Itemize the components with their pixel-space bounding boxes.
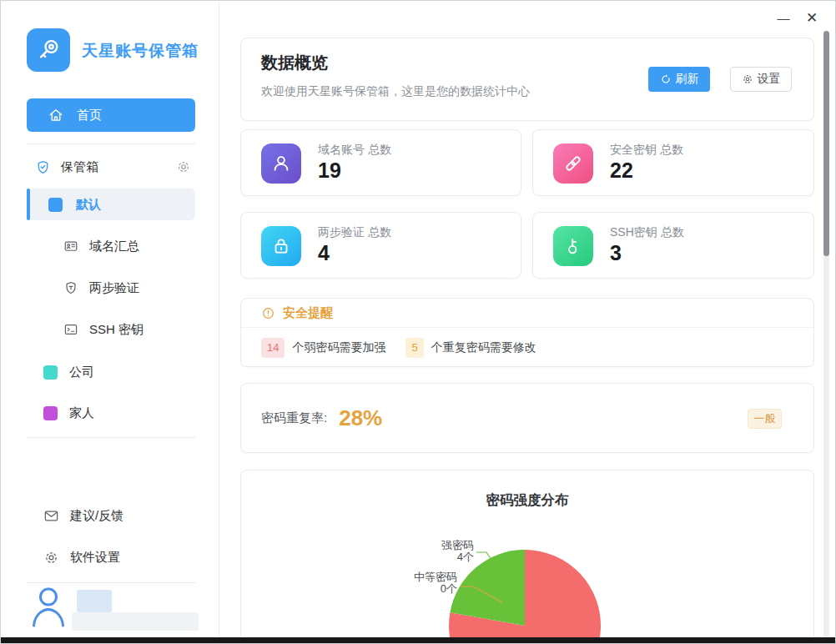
sidebar-default-label: 默认 [76,197,101,213]
app-title: 天星账号保管箱 [82,40,199,62]
sidebar-totp-label: 两步验证 [89,280,139,296]
totp-shield-icon [63,280,78,295]
sidebar-section-vault[interactable]: 保管箱 [27,152,195,182]
page-subtitle: 欢迎使用天星账号保管箱，这里是您的数据统计中心 [261,84,530,99]
divider [27,582,195,583]
pie-chart: 强密码 4个 中等密码 0个 [241,496,814,639]
vault-settings-gear-icon[interactable] [176,159,191,174]
repeat-rate-level-badge: 一般 [748,409,782,429]
sidebar-item-company-vault[interactable]: 公司 [27,357,195,387]
key-icon [553,226,593,266]
page-title: 数据概览 [261,52,328,74]
stat-card-ssh-keys: SSH密钥 总数 3 [532,212,814,279]
gear-icon [43,550,59,566]
mail-icon [43,508,59,524]
active-indicator [27,189,30,220]
sidebar: 天星账号保管箱 首页 保管箱 [2,2,219,638]
stat-card-domain-accounts: 域名账号 总数 19 [240,129,521,196]
callout-strong-name: 强密码 [441,539,474,551]
sidebar-family-label: 家人 [69,405,94,421]
gear-icon [742,73,753,85]
divider [27,143,195,144]
sidebar-item-home[interactable]: 首页 [27,98,195,132]
sidebar-item-settings[interactable]: 软件设置 [27,542,195,572]
sidebar-item-feedback[interactable]: 建议/反馈 [27,501,195,531]
callout-strong-value: 4个 [457,551,474,563]
stat-card-security-keys: 安全密钥 总数 22 [532,129,814,196]
lock-icon [261,226,301,266]
scrollbar-thumb[interactable] [823,31,829,256]
stat-value: 4 [318,241,330,265]
main-content: 数据概览 欢迎使用天星账号保管箱，这里是您的数据统计中心 刷新 设置 [219,1,825,639]
stat-label: 两步验证 总数 [318,225,391,240]
repeat-rate-value: 28% [339,405,382,431]
sidebar-ssh-label: SSH 密钥 [89,322,144,338]
security-alert-title: 安全提醒 [283,305,333,321]
settings-button[interactable]: 设置 [730,67,792,92]
stat-label: SSH密钥 总数 [610,225,684,240]
repeat-rate-label: 密码重复率: [261,410,327,426]
duplicate-password-count-badge: 5 [405,338,423,358]
sidebar-vault-label: 保管箱 [61,159,98,175]
password-strength-chart-card: 密码强度分布 强密码 4个 中等密码 0个 [240,470,814,639]
security-alert-card: 安全提醒 14 个弱密码需要加强 5 个重复密码需要修改 [240,298,814,367]
stat-value: 22 [610,158,633,183]
user-icon [261,143,301,184]
link-icon [553,143,593,184]
vault-color-swatch [48,198,63,212]
duplicate-password-text: 个重复密码需要修改 [431,340,536,355]
warning-icon [261,306,275,320]
repeat-rate-card: 密码重复率: 28% 一般 [240,383,814,453]
stat-card-totp: 两步验证 总数 4 [240,212,521,279]
redacted-username [77,590,112,612]
refresh-label: 刷新 [676,72,699,87]
app-logo [27,28,70,72]
refresh-icon [660,73,672,85]
key-logo-icon [35,37,62,63]
sidebar-home-label: 首页 [77,108,102,123]
weak-password-text: 个弱密码需要加强 [292,340,385,355]
sidebar-item-ssh-keys[interactable]: SSH 密钥 [27,314,195,345]
id-card-icon [63,239,78,254]
company-color-swatch [43,365,58,380]
callout-medium-value: 0个 [441,582,457,595]
sidebar-item-totp[interactable]: 两步验证 [27,273,195,303]
callout-medium-name: 中等密码 [414,571,457,583]
sidebar-feedback-label: 建议/反馈 [70,508,123,524]
sidebar-item-family-vault[interactable]: 家人 [27,398,195,428]
sidebar-settings-label: 软件设置 [70,550,120,566]
scrollbar-track[interactable] [823,31,829,637]
stat-value: 3 [610,241,622,265]
stat-label: 域名账号 总数 [318,143,391,158]
settings-label: 设置 [758,72,781,87]
refresh-button[interactable]: 刷新 [648,67,710,92]
terminal-icon [63,322,78,337]
sidebar-item-default-vault[interactable]: 默认 [27,189,195,220]
divider [27,437,195,438]
security-alert-body: 14 个弱密码需要加强 5 个重复密码需要修改 [241,328,813,367]
sidebar-item-domain-summary[interactable]: 域名汇总 [27,231,195,261]
sidebar-company-label: 公司 [69,365,94,380]
security-alert-header: 安全提醒 [241,299,813,328]
redacted-email [72,612,199,631]
stat-label: 安全密钥 总数 [610,143,683,158]
sidebar-domain-summary-label: 域名汇总 [89,239,139,254]
home-icon [48,107,64,123]
family-color-swatch [43,406,58,420]
weak-password-count-badge: 14 [261,338,285,358]
app-window: — ✕ 天星账号保管箱 首页 [0,0,836,644]
stat-value: 19 [318,158,341,183]
overview-header-card: 数据概览 欢迎使用天星账号保管箱，这里是您的数据统计中心 刷新 设置 [240,38,814,121]
shield-check-icon [35,159,51,175]
stats-grid: 域名账号 总数 19 安全密钥 总数 22 [240,129,814,279]
window-bottom-edge [1,637,836,643]
user-avatar-icon[interactable] [29,585,68,630]
